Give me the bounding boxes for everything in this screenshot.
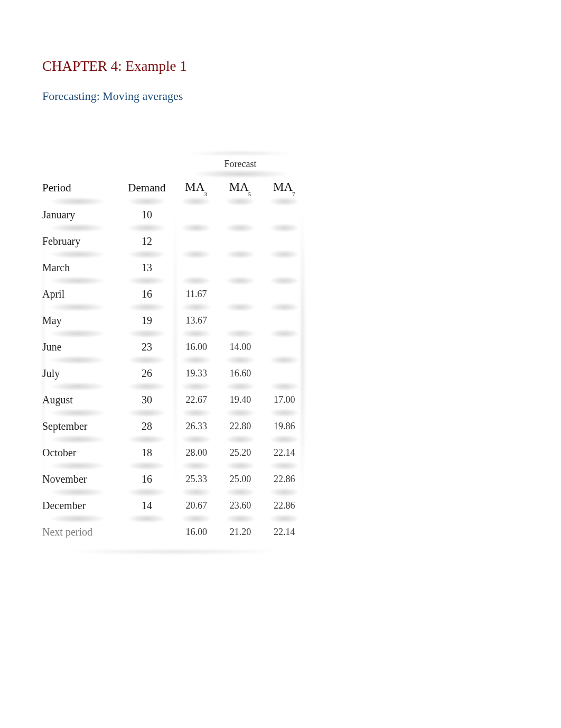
col-period: Period bbox=[42, 174, 119, 201]
chapter-title: CHAPTER 4: Example 1 bbox=[42, 58, 519, 75]
cell-ma5 bbox=[218, 307, 262, 334]
cell-ma7 bbox=[263, 254, 306, 281]
col-ma7: MA7 bbox=[263, 174, 306, 201]
table-row: January10 bbox=[42, 201, 306, 228]
cell-ma5: 22.80 bbox=[218, 413, 262, 439]
cell-ma7 bbox=[263, 360, 306, 386]
cell-ma3 bbox=[174, 201, 218, 228]
col-ma5: MA5 bbox=[218, 174, 262, 201]
cell-period: April bbox=[42, 281, 119, 307]
table-row: May1913.67 bbox=[42, 307, 306, 334]
cell-demand: 13 bbox=[119, 254, 174, 281]
table-row: June2316.0014.00 bbox=[42, 334, 306, 360]
cell-period: July bbox=[42, 360, 119, 386]
cell-ma5 bbox=[218, 254, 262, 281]
cell-ma3: 28.00 bbox=[174, 439, 218, 466]
cell-ma7: 22.86 bbox=[263, 466, 306, 492]
cell-ma3: 16.00 bbox=[174, 334, 218, 360]
cell-ma3 bbox=[174, 254, 218, 281]
cell-demand: 16 bbox=[119, 281, 174, 307]
cell-ma5: 25.20 bbox=[218, 439, 262, 466]
cell-period: June bbox=[42, 334, 119, 360]
cell-period: January bbox=[42, 201, 119, 228]
cell-period: March bbox=[42, 254, 119, 281]
col-demand: Demand bbox=[119, 174, 174, 201]
cell-demand: 12 bbox=[119, 228, 174, 254]
cell-period: December bbox=[42, 492, 119, 519]
table-row: November1625.3325.0022.86 bbox=[42, 466, 306, 492]
cell-demand: 19 bbox=[119, 307, 174, 334]
cell-ma5: 25.00 bbox=[218, 466, 262, 492]
col-ma3: MA3 bbox=[174, 174, 218, 201]
cell-ma3: 20.67 bbox=[174, 492, 218, 519]
cell-ma5: 16.60 bbox=[218, 360, 262, 386]
forecast-header: Forecast bbox=[174, 151, 306, 174]
table-row: April1611.67 bbox=[42, 281, 306, 307]
cell-demand: 26 bbox=[119, 360, 174, 386]
cell-ma7 bbox=[263, 281, 306, 307]
cell-ma7: 19.86 bbox=[263, 413, 306, 439]
cell-demand: 28 bbox=[119, 413, 174, 439]
cell-ma5 bbox=[218, 201, 262, 228]
cell-ma3: 11.67 bbox=[174, 281, 218, 307]
cell-ma7 bbox=[263, 228, 306, 254]
cell-ma7 bbox=[263, 201, 306, 228]
table-row: March13 bbox=[42, 254, 306, 281]
cell-demand: 14 bbox=[119, 492, 174, 519]
cell-ma7: 22.86 bbox=[263, 492, 306, 519]
cell-period: May bbox=[42, 307, 119, 334]
cell-ma7 bbox=[263, 307, 306, 334]
cell-ma3: 19.33 bbox=[174, 360, 218, 386]
cell-period: October bbox=[42, 439, 119, 466]
cell-ma5 bbox=[218, 228, 262, 254]
cell-ma5: 23.60 bbox=[218, 492, 262, 519]
cell-period: Next period bbox=[42, 519, 119, 545]
cell-ma3: 25.33 bbox=[174, 466, 218, 492]
cell-ma7 bbox=[263, 334, 306, 360]
table-row: February12 bbox=[42, 228, 306, 254]
table-row: December1420.6723.6022.86 bbox=[42, 492, 306, 519]
cell-ma3 bbox=[174, 228, 218, 254]
table-row: September2826.3322.8019.86 bbox=[42, 413, 306, 439]
cell-ma7: 22.14 bbox=[263, 519, 306, 545]
cell-demand bbox=[119, 519, 174, 545]
cell-ma3: 16.00 bbox=[174, 519, 218, 545]
cell-ma5: 14.00 bbox=[218, 334, 262, 360]
cell-period: February bbox=[42, 228, 119, 254]
forecast-table: Forecast Period Demand MA3 MA5 MA7 Janua… bbox=[42, 151, 306, 545]
cell-period: November bbox=[42, 466, 119, 492]
cell-demand: 23 bbox=[119, 334, 174, 360]
cell-demand: 30 bbox=[119, 386, 174, 413]
table-row: July2619.3316.60 bbox=[42, 360, 306, 386]
subtitle: Forecasting: Moving averages bbox=[42, 89, 519, 103]
cell-ma7: 17.00 bbox=[263, 386, 306, 413]
cell-demand: 10 bbox=[119, 201, 174, 228]
cell-period: August bbox=[42, 386, 119, 413]
cell-ma3: 22.67 bbox=[174, 386, 218, 413]
cell-ma3: 13.67 bbox=[174, 307, 218, 334]
cell-demand: 18 bbox=[119, 439, 174, 466]
cell-ma5: 19.40 bbox=[218, 386, 262, 413]
cell-ma7: 22.14 bbox=[263, 439, 306, 466]
cell-ma3: 26.33 bbox=[174, 413, 218, 439]
table-row: October1828.0025.2022.14 bbox=[42, 439, 306, 466]
cell-ma5: 21.20 bbox=[218, 519, 262, 545]
cell-period: September bbox=[42, 413, 119, 439]
cell-ma5 bbox=[218, 281, 262, 307]
cell-demand: 16 bbox=[119, 466, 174, 492]
table-row: Next period16.0021.2022.14 bbox=[42, 519, 306, 545]
table-row: August3022.6719.4017.00 bbox=[42, 386, 306, 413]
